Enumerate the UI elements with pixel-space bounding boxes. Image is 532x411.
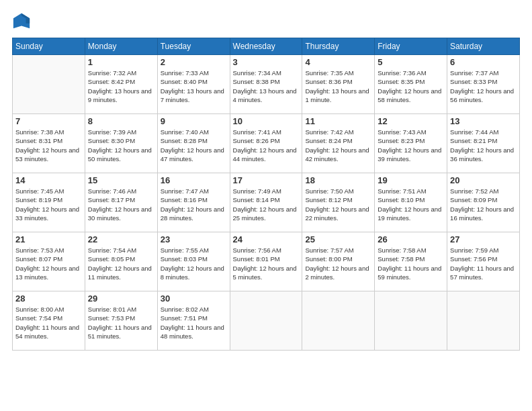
logo — [12, 12, 34, 31]
day-cell: 13Sunrise: 7:44 AM Sunset: 8:21 PM Dayli… — [447, 114, 520, 173]
day-info: Sunrise: 7:34 AM Sunset: 8:38 PM Dayligh… — [233, 68, 300, 104]
day-cell: 6Sunrise: 7:37 AM Sunset: 8:33 PM Daylig… — [447, 55, 520, 114]
day-cell: 2Sunrise: 7:33 AM Sunset: 8:40 PM Daylig… — [157, 55, 230, 114]
day-number: 25 — [305, 234, 371, 244]
logo-icon — [12, 12, 31, 31]
day-number: 28 — [15, 293, 82, 304]
weekday-header-saturday: Saturday — [447, 38, 520, 55]
day-number: 26 — [378, 234, 444, 244]
day-info: Sunrise: 7:59 AM Sunset: 7:56 PM Dayligh… — [450, 246, 517, 281]
day-info: Sunrise: 7:51 AM Sunset: 8:10 PM Dayligh… — [378, 187, 444, 222]
week-row-5: 28Sunrise: 8:00 AM Sunset: 7:54 PM Dayli… — [13, 291, 520, 351]
day-info: Sunrise: 7:58 AM Sunset: 7:58 PM Dayligh… — [378, 246, 444, 281]
day-number: 21 — [15, 234, 82, 244]
week-row-1: 1Sunrise: 7:32 AM Sunset: 8:42 PM Daylig… — [13, 55, 520, 114]
day-number: 1 — [88, 57, 154, 67]
day-info: Sunrise: 8:01 AM Sunset: 7:53 PM Dayligh… — [88, 305, 154, 340]
day-number: 2 — [161, 57, 227, 67]
day-number: 18 — [305, 175, 371, 185]
weekday-header-friday: Friday — [375, 38, 447, 55]
day-cell: 18Sunrise: 7:50 AM Sunset: 8:12 PM Dayli… — [302, 173, 375, 232]
day-cell: 12Sunrise: 7:43 AM Sunset: 8:23 PM Dayli… — [375, 114, 447, 173]
day-cell: 1Sunrise: 7:32 AM Sunset: 8:42 PM Daylig… — [85, 55, 157, 114]
day-number: 23 — [161, 234, 227, 244]
weekday-header-tuesday: Tuesday — [157, 38, 230, 55]
day-number: 9 — [161, 116, 227, 126]
day-cell — [447, 291, 520, 351]
day-cell: 25Sunrise: 7:57 AM Sunset: 8:00 PM Dayli… — [302, 232, 375, 291]
weekday-header-wednesday: Wednesday — [230, 38, 302, 55]
weekday-header-sunday: Sunday — [13, 38, 85, 55]
day-number: 10 — [233, 116, 300, 126]
day-cell: 30Sunrise: 8:02 AM Sunset: 7:51 PM Dayli… — [157, 291, 230, 351]
day-info: Sunrise: 7:47 AM Sunset: 8:16 PM Dayligh… — [161, 187, 227, 222]
day-info: Sunrise: 7:52 AM Sunset: 8:09 PM Dayligh… — [450, 187, 517, 222]
day-info: Sunrise: 7:40 AM Sunset: 8:28 PM Dayligh… — [161, 128, 227, 163]
day-number: 12 — [378, 116, 444, 126]
day-info: Sunrise: 7:55 AM Sunset: 8:03 PM Dayligh… — [161, 246, 227, 281]
day-info: Sunrise: 7:38 AM Sunset: 8:31 PM Dayligh… — [15, 128, 82, 163]
day-number: 17 — [233, 175, 300, 185]
day-cell: 7Sunrise: 7:38 AM Sunset: 8:31 PM Daylig… — [13, 114, 85, 173]
day-cell: 26Sunrise: 7:58 AM Sunset: 7:58 PM Dayli… — [375, 232, 447, 291]
weekday-header-thursday: Thursday — [302, 38, 375, 55]
day-info: Sunrise: 7:43 AM Sunset: 8:23 PM Dayligh… — [378, 128, 444, 163]
day-info: Sunrise: 7:37 AM Sunset: 8:33 PM Dayligh… — [450, 68, 517, 104]
day-cell: 4Sunrise: 7:35 AM Sunset: 8:36 PM Daylig… — [302, 55, 375, 114]
calendar: SundayMondayTuesdayWednesdayThursdayFrid… — [12, 38, 520, 351]
day-info: Sunrise: 7:32 AM Sunset: 8:42 PM Dayligh… — [88, 68, 154, 104]
day-number: 6 — [450, 57, 517, 67]
weekday-header-monday: Monday — [85, 38, 157, 55]
day-info: Sunrise: 7:45 AM Sunset: 8:19 PM Dayligh… — [15, 187, 82, 222]
day-number: 5 — [378, 57, 444, 67]
day-cell: 5Sunrise: 7:36 AM Sunset: 8:35 PM Daylig… — [375, 55, 447, 114]
day-info: Sunrise: 7:57 AM Sunset: 8:00 PM Dayligh… — [305, 246, 371, 281]
day-number: 3 — [233, 57, 300, 67]
day-info: Sunrise: 7:44 AM Sunset: 8:21 PM Dayligh… — [450, 128, 517, 163]
weekday-header-row: SundayMondayTuesdayWednesdayThursdayFrid… — [13, 38, 520, 55]
day-number: 11 — [305, 116, 371, 126]
day-number: 15 — [88, 175, 154, 185]
day-cell: 27Sunrise: 7:59 AM Sunset: 7:56 PM Dayli… — [447, 232, 520, 291]
day-cell: 3Sunrise: 7:34 AM Sunset: 8:38 PM Daylig… — [230, 55, 302, 114]
day-cell: 16Sunrise: 7:47 AM Sunset: 8:16 PM Dayli… — [157, 173, 230, 232]
day-number: 14 — [15, 175, 82, 185]
day-cell: 9Sunrise: 7:40 AM Sunset: 8:28 PM Daylig… — [157, 114, 230, 173]
day-info: Sunrise: 8:00 AM Sunset: 7:54 PM Dayligh… — [15, 305, 82, 340]
day-info: Sunrise: 7:42 AM Sunset: 8:24 PM Dayligh… — [305, 128, 371, 163]
day-cell: 29Sunrise: 8:01 AM Sunset: 7:53 PM Dayli… — [85, 291, 157, 351]
day-cell — [13, 55, 85, 114]
week-row-3: 14Sunrise: 7:45 AM Sunset: 8:19 PM Dayli… — [13, 173, 520, 232]
day-number: 20 — [450, 175, 517, 185]
day-number: 22 — [88, 234, 154, 244]
day-cell — [302, 291, 375, 351]
day-cell: 20Sunrise: 7:52 AM Sunset: 8:09 PM Dayli… — [447, 173, 520, 232]
day-cell: 8Sunrise: 7:39 AM Sunset: 8:30 PM Daylig… — [85, 114, 157, 173]
day-info: Sunrise: 7:56 AM Sunset: 8:01 PM Dayligh… — [233, 246, 300, 281]
day-info: Sunrise: 7:53 AM Sunset: 8:07 PM Dayligh… — [15, 246, 82, 281]
svg-marker-2 — [26, 18, 30, 23]
day-cell: 22Sunrise: 7:54 AM Sunset: 8:05 PM Dayli… — [85, 232, 157, 291]
day-info: Sunrise: 7:36 AM Sunset: 8:35 PM Dayligh… — [378, 68, 444, 104]
day-number: 29 — [88, 293, 154, 304]
day-number: 24 — [233, 234, 300, 244]
day-info: Sunrise: 7:39 AM Sunset: 8:30 PM Dayligh… — [88, 128, 154, 163]
day-cell: 21Sunrise: 7:53 AM Sunset: 8:07 PM Dayli… — [13, 232, 85, 291]
day-number: 8 — [88, 116, 154, 126]
day-cell: 10Sunrise: 7:41 AM Sunset: 8:26 PM Dayli… — [230, 114, 302, 173]
week-row-4: 21Sunrise: 7:53 AM Sunset: 8:07 PM Dayli… — [13, 232, 520, 291]
day-cell: 15Sunrise: 7:46 AM Sunset: 8:17 PM Dayli… — [85, 173, 157, 232]
day-number: 4 — [305, 57, 371, 67]
week-row-2: 7Sunrise: 7:38 AM Sunset: 8:31 PM Daylig… — [13, 114, 520, 173]
day-info: Sunrise: 7:35 AM Sunset: 8:36 PM Dayligh… — [305, 68, 371, 104]
day-cell: 14Sunrise: 7:45 AM Sunset: 8:19 PM Dayli… — [13, 173, 85, 232]
day-info: Sunrise: 7:50 AM Sunset: 8:12 PM Dayligh… — [305, 187, 371, 222]
day-cell: 23Sunrise: 7:55 AM Sunset: 8:03 PM Dayli… — [157, 232, 230, 291]
day-number: 19 — [378, 175, 444, 185]
day-cell: 11Sunrise: 7:42 AM Sunset: 8:24 PM Dayli… — [302, 114, 375, 173]
day-cell: 17Sunrise: 7:49 AM Sunset: 8:14 PM Dayli… — [230, 173, 302, 232]
day-info: Sunrise: 7:41 AM Sunset: 8:26 PM Dayligh… — [233, 128, 300, 163]
day-info: Sunrise: 8:02 AM Sunset: 7:51 PM Dayligh… — [161, 305, 227, 340]
day-cell — [375, 291, 447, 351]
day-number: 16 — [161, 175, 227, 185]
